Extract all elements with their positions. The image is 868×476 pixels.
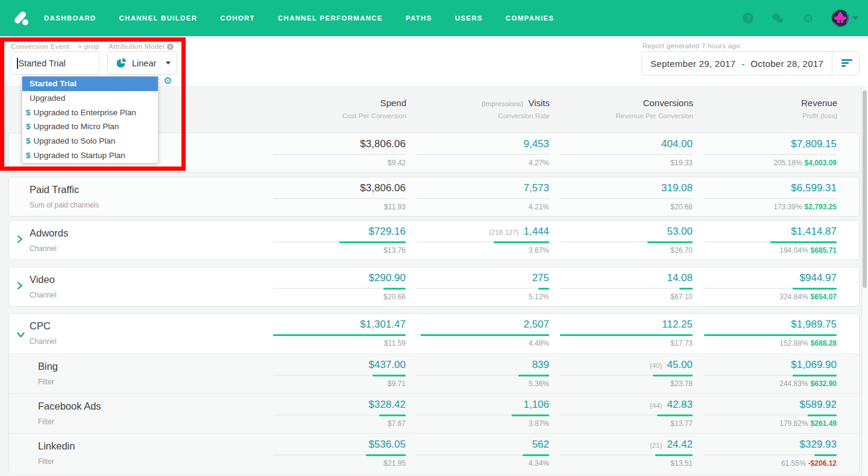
dropdown-item-started-trial[interactable]: Started Trial: [22, 77, 158, 91]
impressions-value: (218,127): [489, 229, 518, 236]
conversions-cell: (44)42.83 $13.77: [536, 394, 693, 434]
chevron-down-icon[interactable]: [852, 16, 858, 20]
chevron-right-icon[interactable]: [17, 235, 23, 246]
info-icon[interactable]: i: [167, 43, 174, 50]
profit-value: -$206.12: [808, 459, 837, 468]
revenue-value: $1,989.75: [791, 319, 837, 330]
revenue-cell: $329.93 61.55%-$206.12: [680, 434, 837, 474]
spend-cell: $3,806.06 $9.42: [249, 133, 406, 173]
visits-cell: 839 5.36%: [392, 354, 549, 394]
report-generated-note: Report generated 7 hours ago: [643, 42, 740, 49]
value-underline: [704, 198, 837, 199]
value-underline: [417, 375, 549, 376]
attribution-model-label: Attribution Modeli: [108, 43, 174, 50]
nav-item-paths[interactable]: PATHS: [406, 14, 432, 22]
revenue-value: $1,069.90: [791, 359, 837, 370]
revenue-cell: $1,069.90 244.83%$632.90: [680, 354, 837, 394]
value-underline: [560, 241, 693, 243]
dropdown-item-upgraded-startup[interactable]: $Upgraded to Startup Plan: [22, 148, 158, 163]
row-title: Adwords: [30, 227, 68, 239]
dollar-icon: $: [26, 151, 31, 160]
attribution-model-select[interactable]: Linear: [107, 51, 177, 75]
conversion-event-input[interactable]: Started Trial: [11, 51, 99, 75]
visits-cell: 275 5.12%: [392, 267, 549, 307]
value-bar: [273, 334, 406, 336]
conversion-count-prefix: (21): [650, 442, 662, 449]
visits-cell: 1,106 3.87%: [392, 394, 549, 434]
value-underline: [273, 241, 406, 243]
value-bar: [560, 334, 693, 336]
profit-value: $685.71: [811, 246, 837, 255]
header-impressions-prefix: (Impressions): [482, 100, 524, 107]
channel-row-adwords[interactable]: Adwords Channel $729.16 $13.76 (218,127)…: [8, 220, 860, 260]
value-underline: [273, 334, 406, 335]
profit-percent: 179.62%: [779, 419, 808, 428]
conversions-cell: (40)45.00 $23.78: [536, 354, 693, 394]
date-box-divider: [832, 52, 832, 75]
conversion-event-label-text: Conversion Event: [11, 43, 69, 50]
column-header-conversions: Conversions Revenue Per Conversion: [524, 98, 693, 119]
revenue-cell: $7,809.15 205.18%$4,003.09: [680, 133, 837, 173]
revenue-value: $589.92: [800, 399, 837, 410]
channel-row-cpc[interactable]: CPC Channel $1,301.47 $11.59 2,507 4.48%…: [9, 314, 859, 354]
header-sub: Revenue Per Conversion: [524, 112, 693, 119]
nav-item-companies[interactable]: COMPANIES: [506, 14, 555, 22]
date-range-picker[interactable]: September 29, 2017 - October 28, 2017: [641, 51, 860, 75]
filter-icon[interactable]: [841, 59, 852, 67]
chevron-right-icon[interactable]: [17, 281, 23, 292]
dropdown-item-upgraded-enterprise[interactable]: $Upgraded to Enterprise Plan: [22, 106, 158, 120]
scrollbar-thumb[interactable]: [863, 90, 867, 288]
chevron-down-icon[interactable]: [17, 329, 25, 340]
account-menu[interactable]: [832, 10, 858, 27]
attribution-logo[interactable]: [12, 9, 30, 27]
dropdown-item-upgraded-micro[interactable]: $Upgraded to Micro Plan: [22, 119, 158, 134]
value-underline: [273, 454, 406, 455]
value-underline: [704, 414, 837, 416]
nav-item-channel-performance[interactable]: CHANNEL PERFORMANCE: [278, 14, 383, 22]
filter-row-bing[interactable]: Bing Filter $437.00 $9.71 839 5.36% (40)…: [9, 354, 859, 393]
revenue-cell: $1,989.75 152.88%$688.28: [680, 314, 837, 354]
separator-colon: :: [101, 58, 104, 67]
row-subtitle: Filter: [38, 417, 54, 426]
dropdown-item-upgraded[interactable]: Upgraded: [22, 91, 158, 106]
filter-row-linkedin[interactable]: Linkedin Filter $536.05 $21.95 562 4.34%…: [9, 433, 859, 473]
profit-value: $632.90: [811, 379, 837, 388]
value-underline: [560, 198, 693, 199]
visits-cell: 562 4.34%: [392, 434, 549, 474]
channel-group-cpc: CPC Channel $1,301.47 $11.59 2,507 4.48%…: [8, 313, 860, 472]
nav-item-users[interactable]: USERS: [455, 14, 483, 22]
value-bar: [793, 375, 837, 376]
dollar-icon: $: [26, 122, 31, 131]
help-icon[interactable]: ?: [743, 13, 753, 24]
channel-row-video[interactable]: Video Channel $290.90 $20.66 275 5.12% 1…: [8, 267, 860, 306]
value-underline: [417, 241, 549, 243]
chat-icon[interactable]: [772, 13, 785, 24]
conversions-cell: (21)24.42 $13.51: [536, 434, 693, 474]
column-header-revenue: Revenue Profit (loss): [668, 98, 837, 119]
row-subtitle: Channel: [30, 244, 57, 253]
conversions-cell: 112.25 $17.73: [536, 314, 693, 354]
nav-item-channel-builder[interactable]: CHANNEL BUILDER: [119, 14, 197, 22]
user-avatar[interactable]: [832, 10, 849, 27]
revenue-value: $329.93: [800, 439, 837, 450]
conversions-cell: 319.08 $20.68: [536, 177, 693, 217]
value-underline: [417, 414, 549, 416]
revenue-cell: $1,414.87 194.04%$685.71: [680, 221, 837, 261]
row-subtitle: Channel: [30, 291, 57, 299]
visits-cell: (218,127)1,444 3.67%: [392, 221, 549, 261]
gear-icon[interactable]: ⚙: [803, 12, 814, 24]
dollar-icon: $: [26, 108, 31, 117]
value-underline: [273, 288, 406, 289]
row-title: CPC: [30, 320, 51, 332]
value-underline: [417, 288, 549, 289]
summary-row-paid-traffic[interactable]: Paid Traffic Sum of paid channels $3,806…: [8, 177, 860, 217]
nav-item-cohort[interactable]: COHORT: [220, 14, 255, 22]
conversion-event-dropdown: Started Trial Upgraded $Upgraded to Ente…: [22, 76, 159, 163]
nav-item-dashboard[interactable]: DASHBOARD: [44, 14, 96, 22]
dropdown-item-upgraded-solo[interactable]: $Upgraded to Solo Plan: [22, 134, 158, 148]
value-underline: [417, 154, 549, 155]
settings-gear-icon[interactable]: ⚙: [163, 75, 172, 86]
top-nav-bar: DASHBOARD CHANNEL BUILDER COHORT CHANNEL…: [0, 0, 868, 36]
add-prop-link[interactable]: + prop: [78, 43, 99, 50]
filter-row-facebook-ads[interactable]: Facebook Ads Filter $328.42 $7.67 1,106 …: [9, 393, 859, 433]
